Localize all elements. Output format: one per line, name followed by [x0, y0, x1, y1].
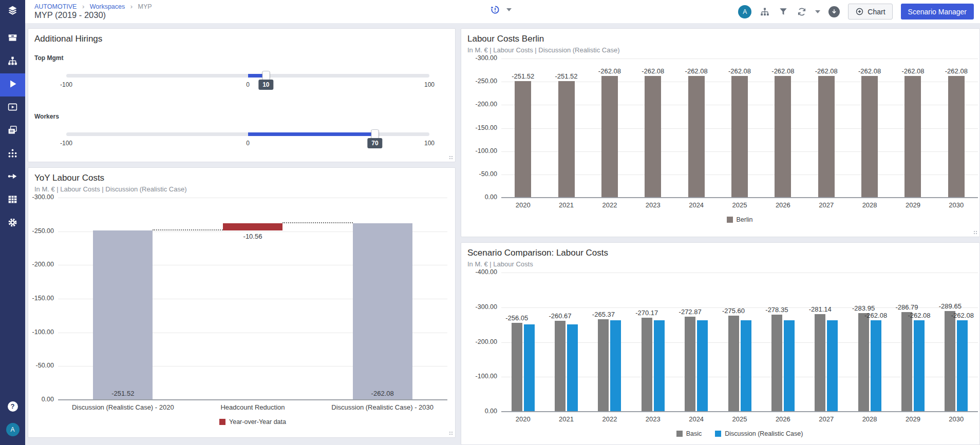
bar[interactable] — [815, 314, 825, 412]
panel-scenario-comparison: Scenario Comparison: Labour Costs In M. … — [461, 242, 980, 445]
sidebar-item-simulation[interactable] — [0, 73, 25, 96]
bar[interactable] — [512, 323, 522, 412]
add-chart-label: Chart — [868, 8, 885, 16]
sidebar-item-models[interactable] — [0, 50, 25, 73]
y-tick-label: -300.00 — [32, 194, 54, 201]
y-axis: -400.00-300.00-200.00-100.000.00 — [461, 273, 501, 412]
play-icon — [7, 79, 18, 91]
bar-value-label: -251.52 — [95, 390, 151, 397]
scenario-manager-button[interactable]: Scenario Manager — [901, 4, 974, 20]
bar[interactable] — [610, 320, 621, 412]
bar[interactable] — [654, 320, 665, 412]
x-axis-label: 2028 — [848, 201, 891, 209]
sidebar-item-settings[interactable] — [0, 212, 25, 235]
bar[interactable] — [93, 230, 153, 400]
plus-circle-icon — [855, 7, 864, 16]
x-axis-label: 2027 — [805, 415, 848, 423]
history-alert-icon[interactable] — [490, 5, 500, 15]
sidebar-item-flows[interactable] — [0, 166, 25, 189]
bar-value-label: -262.08 — [676, 67, 717, 75]
plot-area: -251.52-251.52-262.08-262.08-262.08-262.… — [501, 59, 978, 198]
slider-track[interactable] — [66, 74, 429, 78]
legend-item[interactable]: Basic — [676, 430, 702, 437]
bar[interactable] — [645, 76, 661, 198]
y-tick-label: -250.00 — [476, 78, 497, 85]
bar[interactable] — [558, 81, 575, 198]
y-tick-label: -200.00 — [476, 338, 497, 345]
bar[interactable] — [642, 318, 652, 412]
hierarchy-icon[interactable] — [760, 7, 770, 17]
help-button[interactable]: ? — [0, 395, 25, 418]
breadcrumb-link-workspaces[interactable]: Workspaces — [90, 3, 125, 10]
bar[interactable] — [771, 315, 782, 412]
bar[interactable] — [223, 223, 282, 230]
bar[interactable] — [775, 76, 791, 198]
org-dots-icon — [7, 148, 18, 161]
slider-track[interactable] — [66, 132, 429, 136]
sidebar-item-archive[interactable] — [0, 27, 25, 50]
bar-value-label: -265.37 — [583, 311, 624, 318]
bar[interactable] — [731, 76, 748, 198]
bar[interactable] — [741, 320, 751, 412]
bar[interactable] — [524, 324, 535, 412]
y-tick-label: -200.00 — [32, 261, 54, 268]
bar-value-label: -275.60 — [713, 307, 754, 315]
bar[interactable] — [685, 317, 695, 412]
bar[interactable] — [697, 320, 708, 412]
resize-grip[interactable] — [973, 230, 977, 234]
bar-value-label: -262.08 — [762, 67, 803, 75]
bar[interactable] — [555, 321, 566, 412]
resize-grip[interactable] — [449, 156, 453, 159]
bar[interactable] — [567, 324, 578, 412]
filter-icon[interactable] — [778, 7, 788, 17]
x-axis: 2020202120222023202420252026202720282029… — [501, 415, 978, 425]
bar[interactable] — [515, 81, 531, 198]
bar[interactable] — [688, 76, 705, 198]
bar-value-label: -262.08 — [936, 67, 977, 75]
bar[interactable] — [858, 313, 869, 412]
sidebar-item-drivers[interactable] — [0, 143, 25, 166]
legend-item[interactable]: Discussion (Realistic Case) — [715, 430, 803, 437]
bar[interactable] — [827, 320, 838, 412]
breadcrumb-separator: › — [130, 3, 133, 10]
sidebar-item-tables[interactable] — [0, 189, 25, 212]
y-tick-label: -100.00 — [476, 147, 497, 154]
bar[interactable] — [948, 76, 965, 198]
bar[interactable] — [784, 320, 795, 412]
bar[interactable] — [598, 319, 609, 412]
bar[interactable] — [728, 316, 739, 412]
resize-grip[interactable] — [449, 431, 453, 435]
x-axis-label: 2022 — [588, 415, 631, 423]
bar[interactable] — [601, 76, 618, 198]
bar[interactable] — [904, 76, 921, 198]
bar-value-label: -262.08 — [849, 67, 890, 75]
y-tick-label: -300.00 — [476, 303, 497, 311]
bar[interactable] — [353, 223, 412, 400]
refresh-icon[interactable] — [797, 7, 807, 17]
bar[interactable] — [818, 76, 835, 198]
bar[interactable] — [901, 312, 912, 412]
breadcrumb-link-automotive[interactable]: AUTOMOTIVE — [34, 3, 77, 10]
bar[interactable] — [871, 320, 881, 412]
bar[interactable] — [861, 76, 878, 198]
legend-item[interactable]: Berlin — [727, 216, 753, 223]
y-axis: -300.00-250.00-200.00-150.00-100.00-50.0… — [461, 59, 501, 198]
app-logo[interactable] — [0, 0, 25, 23]
refresh-dropdown-caret[interactable] — [815, 10, 820, 13]
header-avatar[interactable]: A — [738, 5, 751, 18]
slider-zero-label: 0 — [246, 140, 250, 147]
sidebar-item-slides[interactable] — [0, 120, 25, 143]
gridline — [501, 411, 978, 412]
bar[interactable] — [957, 320, 968, 412]
sidebar-avatar-button[interactable]: A — [0, 418, 25, 441]
bar[interactable] — [945, 311, 955, 412]
history-dropdown-caret[interactable] — [506, 8, 512, 11]
plot-area: -251.52-10.56-262.08 — [58, 198, 447, 400]
download-icon[interactable] — [828, 6, 840, 17]
video-play-icon — [7, 102, 18, 114]
x-axis-label: 2021 — [544, 201, 588, 209]
add-chart-button[interactable]: Chart — [848, 4, 892, 20]
sidebar-item-presentation[interactable] — [0, 96, 25, 120]
legend-item[interactable]: Year-over-Year data — [219, 418, 286, 425]
bar[interactable] — [914, 320, 925, 412]
